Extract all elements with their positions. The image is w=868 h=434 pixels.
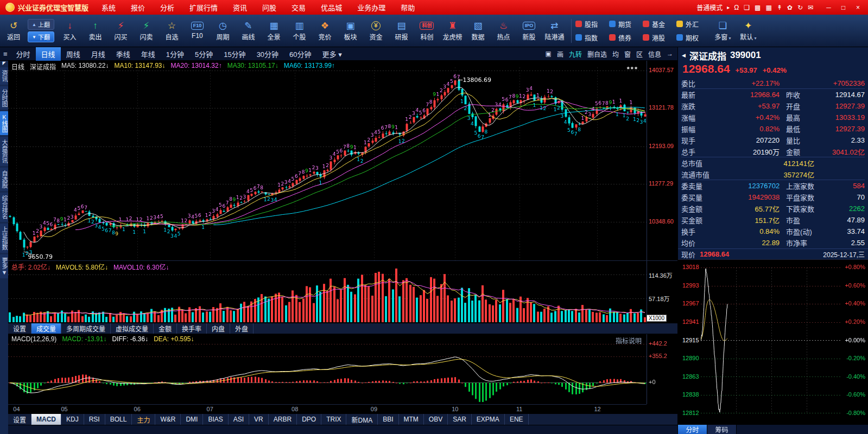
panel-tab[interactable]: 分时	[678, 425, 707, 434]
minimize-icon[interactable]: ─	[822, 2, 835, 13]
volume-tab[interactable]: 虚拟成交量	[111, 323, 154, 334]
indicator-tab[interactable]: RSI	[84, 414, 105, 425]
sidebar-item[interactable]: 更多▼	[0, 254, 8, 278]
collapse-corner-icon[interactable]: ◤	[2, 61, 5, 67]
indicator-tab[interactable]: 新DMA	[346, 414, 378, 425]
chart-tool-button[interactable]: 删自选	[585, 47, 610, 61]
toolbar-button[interactable]: ✎ 画线	[236, 18, 261, 43]
menu-item[interactable]: 优品城	[313, 0, 350, 15]
period-tab[interactable]: 30分钟	[251, 47, 284, 61]
volume-tab[interactable]: 设置	[8, 323, 31, 334]
close-icon[interactable]: ×	[851, 2, 865, 13]
maximize-icon[interactable]: □	[837, 2, 850, 13]
layout-button[interactable]: ✦ 默认	[736, 18, 761, 43]
chart-tool-button[interactable]: 区	[633, 47, 645, 61]
indicator-tab[interactable]: ASI	[229, 414, 249, 425]
menu-item[interactable]: 交易	[284, 0, 313, 15]
volume-tab[interactable]: 金额	[154, 323, 177, 334]
menu-item[interactable]: 帮助	[393, 0, 422, 15]
chart-tool-button[interactable]: 窗	[622, 47, 633, 61]
period-tab[interactable]: 分时	[11, 47, 36, 61]
indicator-tab[interactable]: TRIX	[321, 414, 346, 425]
quick-button[interactable]: 指数	[575, 33, 609, 42]
quick-button[interactable]: 外汇	[676, 20, 710, 29]
intraday-chart[interactable]	[701, 263, 842, 417]
package-icon[interactable]: ▩	[755, 4, 761, 11]
sidebar-item[interactable]: 综合排名	[0, 193, 8, 222]
indicator-tab[interactable]: KDJ	[61, 414, 84, 425]
panel-tab[interactable]: 筹码	[707, 425, 737, 434]
volume-tab[interactable]: 换手率	[177, 323, 207, 334]
sidebar-item[interactable]: 分时图	[0, 86, 8, 110]
indicator-tab[interactable]: BBI	[378, 414, 398, 425]
hamburger-icon[interactable]: ≡	[0, 50, 11, 58]
toolbar-button[interactable]: ↑ 卖出	[83, 18, 108, 43]
menu-item[interactable]: 扩展行情	[182, 0, 225, 15]
expand-panel-icon[interactable]: →	[664, 47, 676, 61]
chart-tool-button[interactable]: 九转	[566, 47, 585, 61]
menu-item[interactable]: 报价	[123, 0, 153, 15]
toolbar-button[interactable]: ⚡ 闪买	[108, 18, 134, 43]
volume-tab[interactable]: 内盘	[207, 323, 230, 334]
quick-button[interactable]: 期货	[609, 20, 643, 29]
period-tab[interactable]: 日线	[36, 47, 61, 61]
period-tab[interactable]: 季线	[111, 47, 136, 61]
apps-grid-icon[interactable]: ▦	[765, 4, 771, 11]
macd-chart[interactable]	[8, 334, 647, 404]
toolbar-button[interactable]: ❖ 竞价	[312, 18, 338, 43]
theme-flower-icon[interactable]: ✿	[787, 4, 793, 11]
toolbar-button[interactable]: ▧ 数据	[465, 18, 491, 43]
mail-icon[interactable]: ✉	[808, 4, 813, 11]
quick-button[interactable]: 期权	[676, 33, 710, 42]
period-tab[interactable]: 5分钟	[189, 47, 218, 61]
toolbar-button[interactable]: 科创 科创	[414, 18, 440, 43]
sidebar-item[interactable]: 自选股	[0, 168, 8, 191]
indicator-tab[interactable]: ENE	[505, 414, 529, 425]
chart-tool-button[interactable]: 画	[554, 47, 566, 61]
indicator-tab[interactable]: DMI	[181, 414, 203, 425]
toolbar-button[interactable]: ▤ 研报	[389, 18, 414, 43]
toolbar-button[interactable]: IPO 新股	[516, 18, 542, 43]
chart-tool-button[interactable]: 均	[610, 47, 622, 61]
toolbar-button[interactable]: ▣ 板块	[338, 18, 363, 43]
period-tab[interactable]: 60分钟	[284, 47, 316, 61]
period-tab[interactable]: 周线	[61, 47, 86, 61]
toolbar-button[interactable]: ♨ 热点	[491, 18, 516, 43]
toolbar-button[interactable]: ⚡ 闪卖	[134, 18, 159, 43]
toolbar-button[interactable]: ◷ 周期	[210, 18, 236, 43]
quick-button[interactable]: 基金	[643, 20, 676, 29]
kline-chart[interactable]	[8, 61, 647, 260]
sidebar-item[interactable]: 资讯	[0, 67, 8, 85]
volume-tab[interactable]: 成交量	[31, 323, 61, 334]
indicator-tab[interactable]: OBV	[424, 414, 448, 425]
toolbar-button[interactable]: F10 F10	[185, 18, 210, 43]
page-down-button[interactable]: ▼下翻	[28, 31, 54, 42]
indicator-tab[interactable]: MACD	[31, 414, 61, 425]
indicator-tab[interactable]: MTM	[399, 414, 424, 425]
quick-button[interactable]: 港股	[643, 33, 676, 42]
menu-item[interactable]: 分析	[153, 0, 182, 15]
mode-selector[interactable]: 普通模式	[696, 3, 723, 12]
indicator-tab[interactable]: SAR	[448, 414, 472, 425]
menu-item[interactable]: 系统	[94, 0, 123, 15]
period-tab[interactable]: 月线	[86, 47, 111, 61]
screen-icon[interactable]: ▣	[543, 47, 554, 61]
indicator-tab[interactable]: BOLL	[105, 414, 132, 425]
collapse-panel-icon[interactable]: ◀	[682, 53, 686, 58]
sidebar-item[interactable]: 上证指数	[0, 224, 8, 253]
quick-button[interactable]: 债券	[609, 33, 643, 42]
chart-tool-button[interactable]: 信息	[645, 47, 664, 61]
collapse-up-icon[interactable]: ↟	[777, 4, 782, 11]
indicator-tab[interactable]: 设置	[8, 414, 31, 425]
indicator-tab[interactable]: 主力	[132, 414, 155, 425]
indicator-tab[interactable]: ARBR	[269, 414, 297, 425]
toolbar-button[interactable]: ♜ 龙虎榜	[440, 18, 465, 43]
period-tab[interactable]: 更多 ▾	[317, 47, 347, 61]
menu-item[interactable]: 资讯	[225, 0, 255, 15]
menu-item[interactable]: 业务办理	[350, 0, 393, 15]
volume-tab[interactable]: 外盘	[230, 323, 254, 334]
toolbar-button[interactable]: ¥ 资金	[363, 18, 389, 43]
toolbar-button[interactable]: ▦ 全景	[261, 18, 287, 43]
indicator-tab[interactable]: W&R	[155, 414, 181, 425]
toolbar-button[interactable]: ▥ 个股	[287, 18, 312, 43]
